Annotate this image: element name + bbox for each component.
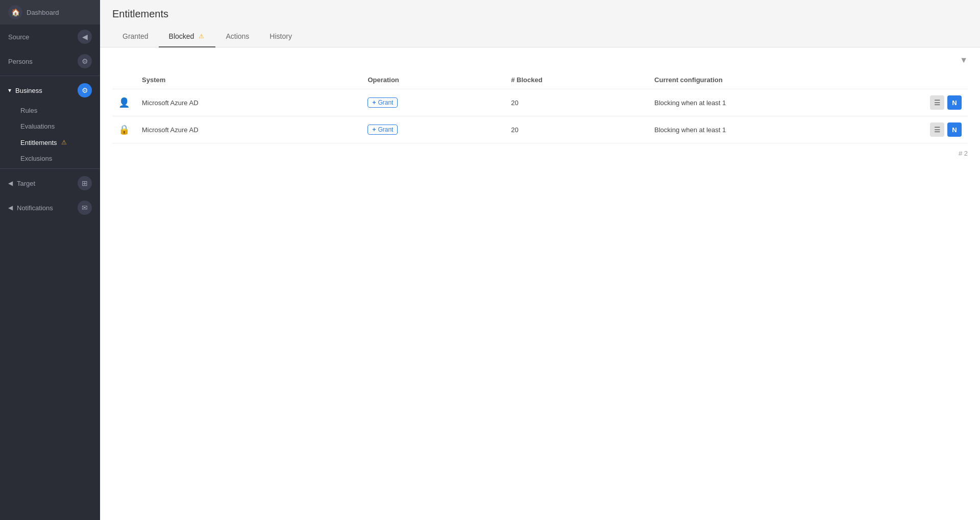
persons-icon: ⚙ [78, 54, 92, 68]
filter-bar: ▼ [112, 56, 968, 65]
entitlements-label: Entitlements [20, 139, 57, 146]
grant-label: Grant [378, 99, 393, 106]
grant-badge: + Grant [368, 97, 398, 108]
evaluations-label: Evaluations [20, 122, 55, 130]
sidebar-item-notifications[interactable]: ◀ Notifications ✉ [0, 195, 100, 220]
tab-actions[interactable]: Actions [215, 26, 259, 47]
n-button[interactable]: N [947, 122, 962, 137]
row-operation: + Grant [361, 89, 505, 116]
columns-button[interactable]: ☰ [930, 95, 944, 110]
row-type-icon: 👤 [112, 89, 136, 116]
columns-button[interactable]: ☰ [930, 122, 944, 137]
n-label: N [952, 126, 957, 134]
col-header-actions [924, 71, 968, 89]
notifications-label: Notifications [17, 204, 53, 212]
grant-badge: + Grant [368, 125, 398, 135]
table-row: 🔒 Microsoft Azure AD + Grant 20 Blocking… [112, 116, 968, 143]
tab-blocked[interactable]: Blocked ⚠ [159, 26, 216, 47]
sidebar-item-rules[interactable]: Rules [0, 103, 100, 118]
tab-history-label: History [270, 32, 292, 40]
sidebar-item-exclusions[interactable]: Exclusions [0, 151, 100, 166]
tab-blocked-label: Blocked [169, 32, 194, 40]
col-header-system: System [136, 71, 361, 89]
entitlements-table: System Operation # Blocked Current confi… [112, 71, 968, 143]
main-content: Entitlements Granted Blocked ⚠ Actions H… [100, 0, 980, 520]
entitlements-warning-icon: ⚠ [60, 138, 68, 146]
row-type-icon: 🔒 [112, 116, 136, 143]
notifications-icon: ✉ [78, 201, 92, 215]
rules-label: Rules [20, 107, 37, 114]
row-actions-cell: ☰ N [924, 116, 968, 143]
source-label: Source [8, 33, 29, 41]
row-config: Blocking when at least 1 [648, 116, 924, 143]
business-icon: ⚙ [78, 83, 92, 97]
dashboard-icon: 🏠 [8, 5, 22, 19]
n-button[interactable]: N [947, 95, 962, 110]
sidebar-item-source[interactable]: Source ◀ [0, 24, 100, 49]
row-blocked-count: 20 [505, 116, 648, 143]
sidebar-item-persons[interactable]: Persons ⚙ [0, 49, 100, 73]
source-icon: ◀ [78, 30, 92, 44]
row-system: Microsoft Azure AD [136, 89, 361, 116]
target-icon: ⊞ [78, 176, 92, 190]
sidebar: 🏠 Dashboard Source ◀ Persons ⚙ ▾ Busines… [0, 0, 100, 520]
tab-history[interactable]: History [259, 26, 302, 47]
col-header-icon [112, 71, 136, 89]
col-header-config: Current configuration [648, 71, 924, 89]
sidebar-item-target[interactable]: ◀ Target ⊞ [0, 171, 100, 195]
grant-label: Grant [378, 126, 393, 133]
page-title: Entitlements [112, 8, 968, 20]
sidebar-item-evaluations[interactable]: Evaluations [0, 118, 100, 134]
tabs-bar: Granted Blocked ⚠ Actions History [100, 26, 980, 47]
row-operation: + Grant [361, 116, 505, 143]
row-config: Blocking when at least 1 [648, 89, 924, 116]
columns-icon: ☰ [934, 126, 941, 134]
sidebar-item-business[interactable]: ▾ Business ⚙ [0, 78, 100, 103]
col-header-operation: Operation [361, 71, 505, 89]
sidebar-label-dashboard: Dashboard [27, 9, 59, 16]
page-header: Entitlements [100, 0, 980, 26]
sidebar-item-entitlements[interactable]: Entitlements ⚠ [0, 134, 100, 151]
columns-icon: ☰ [934, 98, 941, 107]
notifications-chevron-icon: ◀ [8, 204, 13, 211]
row-blocked-count: 20 [505, 89, 648, 116]
n-label: N [952, 99, 957, 107]
persons-label: Persons [8, 58, 33, 65]
col-header-blocked: # Blocked [505, 71, 648, 89]
table-row: 👤 Microsoft Azure AD + Grant 20 Blocking… [112, 89, 968, 116]
business-label: Business [15, 87, 42, 94]
content-area: ▼ System Operation # Blocked Current con… [100, 47, 980, 520]
tab-actions-label: Actions [226, 32, 249, 40]
tab-granted-label: Granted [122, 32, 149, 40]
grant-plus-icon: + [372, 126, 376, 133]
blocked-warning-icon: ⚠ [197, 32, 205, 40]
footer-count: # 2 [112, 143, 968, 163]
tab-granted[interactable]: Granted [112, 26, 159, 47]
exclusions-label: Exclusions [20, 155, 52, 162]
filter-icon[interactable]: ▼ [960, 56, 968, 65]
row-system: Microsoft Azure AD [136, 116, 361, 143]
grant-plus-icon: + [372, 99, 376, 106]
business-chevron-icon: ▾ [8, 87, 11, 94]
target-label: Target [17, 180, 35, 187]
row-actions-cell: ☰ N [924, 89, 968, 116]
target-chevron-icon: ◀ [8, 180, 13, 187]
sidebar-item-dashboard[interactable]: 🏠 Dashboard [0, 0, 100, 24]
